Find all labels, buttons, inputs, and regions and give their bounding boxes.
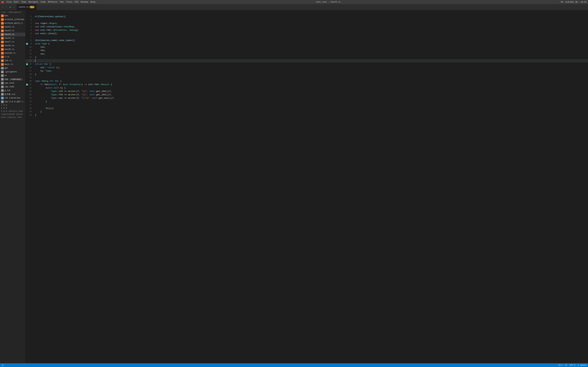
- window-title: test_rust – test4.rs: [98, 1, 558, 3]
- sidebar-file-item[interactable]: ≡rgo.lock: [0, 81, 25, 85]
- line-number: 5: [30, 29, 32, 32]
- active-tab[interactable]: test4.rs ▲ 2: [17, 4, 37, 10]
- sidebar: rust ~/Documents/ ≡binrsarchive_lifetime…: [0, 10, 26, 363]
- sidebar-file-item[interactable]: rsarchive_lifetime: [0, 18, 25, 21]
- token: ::: [56, 93, 59, 96]
- file-icon: ≡: [1, 74, 4, 77]
- token: use: [35, 25, 40, 28]
- sidebar-file-item[interactable]: rstest2.rs: [0, 25, 25, 29]
- line-content: f64,: [34, 49, 588, 52]
- menu-item-vcs[interactable]: VCS: [75, 1, 78, 3]
- indent-style[interactable]: 4 spaces: [578, 364, 587, 366]
- sidebar-file-item[interactable]: rstest10.rs: [0, 51, 25, 55]
- menu-bar-right: He 11月29日 周一 18:25: [561, 1, 587, 4]
- token: {: [50, 63, 51, 66]
- sidebar-file-item[interactable]: ≡xt: [0, 74, 25, 77]
- token: Formatter: [69, 83, 81, 86]
- sidebar-file-item[interactable]: rstest8.rs: [0, 44, 25, 48]
- token: regex: [40, 22, 47, 25]
- code-line: 26 }: [26, 100, 588, 103]
- token: ::: [92, 83, 95, 86]
- sidebar-file-item[interactable]: rsmain.rs: [0, 63, 25, 66]
- line-content: use eval::{eval};: [34, 32, 588, 35]
- cursor-position[interactable]: 14:1: [558, 364, 563, 366]
- sidebar-file-name: rgo.lock: [4, 82, 14, 84]
- token: write!: [68, 97, 76, 100]
- warning-badge: ▲ 2: [30, 6, 34, 8]
- encoding[interactable]: UTF-8: [570, 364, 575, 366]
- line-ending[interactable]: LF: [565, 364, 567, 366]
- line-gutter: 12: [26, 52, 34, 56]
- file-icon: ≡: [1, 85, 4, 88]
- code-line: 10 i64,: [26, 46, 588, 49]
- line-number: 24: [29, 94, 32, 96]
- menu-item-run[interactable]: Run: [60, 1, 64, 3]
- sidebar-file-item[interactable]: ≡bin: [0, 14, 25, 18]
- tab-close-button[interactable]: −: [13, 6, 15, 8]
- token: HashMap: [64, 25, 74, 28]
- line-gutter: 28: [26, 107, 34, 110]
- sidebar-file-name: archive_lifetime: [4, 18, 24, 21]
- line-number: 29: [29, 111, 32, 113]
- sidebar-file-name: test2.rs: [4, 26, 14, 28]
- fold-icon[interactable]: ⬡: [26, 43, 28, 45]
- line-gutter: 10: [26, 46, 34, 49]
- fold-icon[interactable]: ⬡: [26, 63, 28, 66]
- sidebar-file-name: test9.rs: [4, 48, 14, 51]
- sidebar-plain-item: rubystubs26 librar: [0, 113, 25, 116]
- file-icon: rs: [1, 48, 4, 51]
- sidebar-file-item[interactable]: rstest4.rs: [0, 33, 25, 36]
- apple-menu[interactable]: 🍎: [1, 1, 4, 3]
- sidebar-file-item[interactable]: ≡rgo.toml: [0, 85, 25, 89]
- tab-back-button[interactable]: ‹: [1, 6, 4, 8]
- sidebar-file-item[interactable]: ≡ral Libraries: [0, 96, 25, 100]
- token: write!: [68, 90, 76, 93]
- sidebar-file-item[interactable]: ≡生字典.txt: [0, 92, 25, 96]
- menu-item-file[interactable]: File: [7, 1, 12, 3]
- menu-item-tools[interactable]: Tools: [66, 1, 72, 3]
- sidebar-file-item[interactable]: rs1.rs: [0, 55, 25, 59]
- line-gutter: 4: [26, 25, 34, 29]
- sidebar-file-item[interactable]: rstest7.rs: [0, 40, 25, 44]
- sidebar-file-item[interactable]: rstest5.rs: [0, 36, 25, 40]
- token: ,: [51, 70, 52, 72]
- token: .get_i64())?,: [95, 93, 112, 96]
- token: match: [46, 87, 54, 89]
- code-line: 29 }: [26, 110, 588, 114]
- token: ::: [46, 32, 48, 35]
- token: ::: [51, 29, 54, 32]
- menu-item-edit[interactable]: Edit: [14, 1, 19, 3]
- menu-item-window[interactable]: Window: [81, 1, 88, 3]
- sidebar-file-item[interactable]: ≡g.txt: [0, 89, 25, 92]
- menu-item-code[interactable]: Code: [41, 1, 46, 3]
- code-container: 1#![feature(box_syntax)]2 3use regex::Re…: [26, 10, 588, 118]
- fold-icon[interactable]: ⬡: [26, 83, 28, 86]
- editor-area[interactable]: 1#![feature(box_syntax)]2 3use regex::Re…: [26, 10, 588, 363]
- token: ,: [44, 53, 46, 55]
- line-gutter: 19: [26, 76, 34, 80]
- tab-forward-button[interactable]: ⋮: [5, 6, 8, 8]
- token: "{:?}",: [81, 97, 92, 100]
- menu-item-help[interactable]: Help: [91, 1, 95, 3]
- token: Type: [46, 70, 51, 72]
- line-number: 17: [29, 70, 32, 72]
- line-content: enum Type {: [34, 42, 588, 46]
- tab-settings-button[interactable]: ⚙: [9, 6, 12, 8]
- token: [35, 90, 51, 93]
- menu-item-navigate[interactable]: Navigate: [28, 1, 38, 3]
- sidebar-file-item[interactable]: rsarchive_multi_t: [0, 21, 25, 25]
- menu-item-view[interactable]: View: [21, 1, 26, 3]
- menu-item-refactor[interactable]: Refactor: [48, 1, 58, 3]
- sidebar-file-item[interactable]: rslib.rs: [0, 59, 25, 63]
- line-number: 20: [29, 80, 32, 83]
- sidebar-file-item[interactable]: ≡词组 (词频和频度): [0, 77, 25, 81]
- sidebar-file-item[interactable]: rstest9.rs: [0, 48, 25, 51]
- tab-label: test4.rs: [19, 6, 29, 8]
- sidebar-file-item[interactable]: gi.gitignore: [0, 70, 25, 74]
- sidebar-file-item[interactable]: ≡get: [0, 66, 25, 70]
- sidebar-file-item[interactable]: ≡uby-2.6.3-p62 > /: [0, 100, 25, 104]
- token: ::: [56, 97, 59, 100]
- sidebar-file-name: 1.rs: [4, 56, 9, 58]
- sidebar-file-item[interactable]: rstest3.rs: [0, 29, 25, 33]
- token: fmt: [47, 29, 51, 32]
